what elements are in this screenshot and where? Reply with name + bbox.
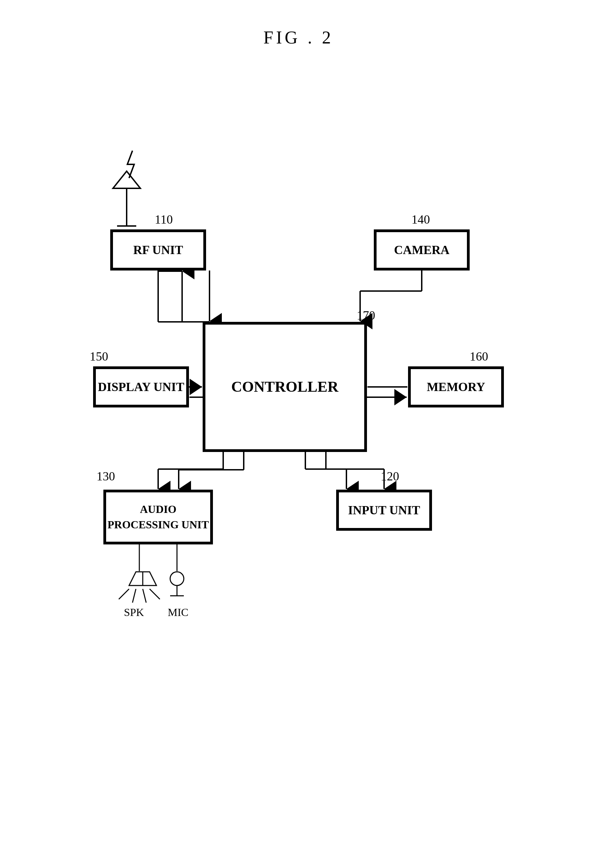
svg-line-36 [150, 589, 160, 599]
ref-controller: 170 [357, 308, 375, 323]
ref-input-unit: 120 [381, 469, 399, 483]
svg-point-39 [170, 572, 184, 586]
svg-marker-32 [129, 572, 156, 586]
ref-memory: 160 [470, 349, 488, 364]
spk-label: SPK [124, 606, 144, 619]
ref-rf-unit: 110 [155, 212, 173, 227]
svg-line-35 [143, 589, 146, 603]
svg-marker-7 [113, 171, 140, 188]
ref-camera: 140 [411, 212, 430, 227]
page-title: FIG . 2 [264, 27, 334, 48]
svg-line-34 [132, 589, 136, 603]
ref-display-unit: 150 [90, 349, 108, 364]
memory-box: MEMORY [408, 366, 504, 407]
mic-label: MIC [168, 606, 188, 619]
ref-audio: 130 [97, 469, 115, 483]
input-unit-box: INPUT UNIT [336, 490, 432, 531]
controller-box: CONTROLLER [203, 322, 367, 452]
audio-processing-box: AUDIO PROCESSING UNIT [103, 490, 213, 544]
display-unit-box: DISPLAY UNIT [93, 366, 189, 407]
rf-unit-box: RF UNIT [110, 229, 206, 271]
svg-line-33 [119, 589, 129, 599]
camera-box: CAMERA [374, 229, 470, 271]
